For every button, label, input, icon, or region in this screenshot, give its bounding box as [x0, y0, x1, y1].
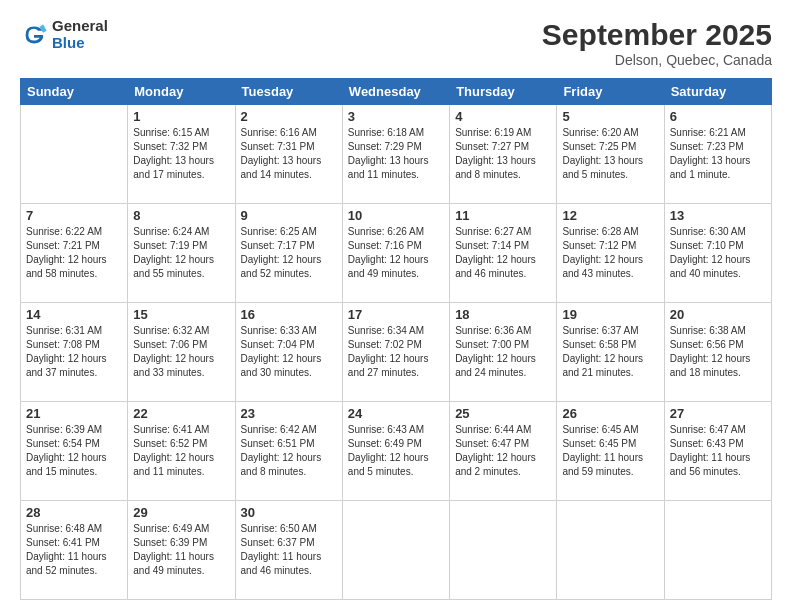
calendar-title: September 2025	[542, 18, 772, 52]
calendar-cell: 27Sunrise: 6:47 AM Sunset: 6:43 PM Dayli…	[664, 402, 771, 501]
calendar-cell: 21Sunrise: 6:39 AM Sunset: 6:54 PM Dayli…	[21, 402, 128, 501]
calendar-cell: 18Sunrise: 6:36 AM Sunset: 7:00 PM Dayli…	[450, 303, 557, 402]
header-cell-thursday: Thursday	[450, 79, 557, 105]
calendar-table: SundayMondayTuesdayWednesdayThursdayFrid…	[20, 78, 772, 600]
calendar-subtitle: Delson, Quebec, Canada	[542, 52, 772, 68]
calendar-cell: 17Sunrise: 6:34 AM Sunset: 7:02 PM Dayli…	[342, 303, 449, 402]
calendar-cell: 1Sunrise: 6:15 AM Sunset: 7:32 PM Daylig…	[128, 105, 235, 204]
day-number: 2	[241, 109, 337, 124]
day-number: 10	[348, 208, 444, 223]
day-number: 24	[348, 406, 444, 421]
logo-icon	[20, 21, 48, 49]
calendar-cell: 16Sunrise: 6:33 AM Sunset: 7:04 PM Dayli…	[235, 303, 342, 402]
day-number: 25	[455, 406, 551, 421]
day-info: Sunrise: 6:49 AM Sunset: 6:39 PM Dayligh…	[133, 522, 229, 578]
day-info: Sunrise: 6:27 AM Sunset: 7:14 PM Dayligh…	[455, 225, 551, 281]
calendar-cell: 11Sunrise: 6:27 AM Sunset: 7:14 PM Dayli…	[450, 204, 557, 303]
calendar-cell: 20Sunrise: 6:38 AM Sunset: 6:56 PM Dayli…	[664, 303, 771, 402]
day-info: Sunrise: 6:41 AM Sunset: 6:52 PM Dayligh…	[133, 423, 229, 479]
day-info: Sunrise: 6:38 AM Sunset: 6:56 PM Dayligh…	[670, 324, 766, 380]
calendar-cell	[557, 501, 664, 600]
calendar-cell: 30Sunrise: 6:50 AM Sunset: 6:37 PM Dayli…	[235, 501, 342, 600]
calendar-cell: 6Sunrise: 6:21 AM Sunset: 7:23 PM Daylig…	[664, 105, 771, 204]
week-row-1: 7Sunrise: 6:22 AM Sunset: 7:21 PM Daylig…	[21, 204, 772, 303]
day-info: Sunrise: 6:20 AM Sunset: 7:25 PM Dayligh…	[562, 126, 658, 182]
calendar-cell: 13Sunrise: 6:30 AM Sunset: 7:10 PM Dayli…	[664, 204, 771, 303]
calendar-cell: 2Sunrise: 6:16 AM Sunset: 7:31 PM Daylig…	[235, 105, 342, 204]
day-info: Sunrise: 6:36 AM Sunset: 7:00 PM Dayligh…	[455, 324, 551, 380]
calendar-cell: 15Sunrise: 6:32 AM Sunset: 7:06 PM Dayli…	[128, 303, 235, 402]
calendar-cell: 29Sunrise: 6:49 AM Sunset: 6:39 PM Dayli…	[128, 501, 235, 600]
day-info: Sunrise: 6:44 AM Sunset: 6:47 PM Dayligh…	[455, 423, 551, 479]
day-number: 6	[670, 109, 766, 124]
header: General Blue September 2025 Delson, Queb…	[20, 18, 772, 68]
calendar-cell	[664, 501, 771, 600]
title-block: September 2025 Delson, Quebec, Canada	[542, 18, 772, 68]
day-number: 20	[670, 307, 766, 322]
day-info: Sunrise: 6:31 AM Sunset: 7:08 PM Dayligh…	[26, 324, 122, 380]
day-number: 18	[455, 307, 551, 322]
day-number: 16	[241, 307, 337, 322]
day-info: Sunrise: 6:34 AM Sunset: 7:02 PM Dayligh…	[348, 324, 444, 380]
day-info: Sunrise: 6:21 AM Sunset: 7:23 PM Dayligh…	[670, 126, 766, 182]
header-cell-wednesday: Wednesday	[342, 79, 449, 105]
logo-blue: Blue	[52, 35, 108, 52]
calendar-cell	[21, 105, 128, 204]
calendar-body: 1Sunrise: 6:15 AM Sunset: 7:32 PM Daylig…	[21, 105, 772, 600]
day-number: 27	[670, 406, 766, 421]
header-cell-sunday: Sunday	[21, 79, 128, 105]
day-info: Sunrise: 6:15 AM Sunset: 7:32 PM Dayligh…	[133, 126, 229, 182]
calendar-cell	[450, 501, 557, 600]
logo-general: General	[52, 18, 108, 35]
day-info: Sunrise: 6:22 AM Sunset: 7:21 PM Dayligh…	[26, 225, 122, 281]
header-cell-saturday: Saturday	[664, 79, 771, 105]
day-info: Sunrise: 6:50 AM Sunset: 6:37 PM Dayligh…	[241, 522, 337, 578]
header-row: SundayMondayTuesdayWednesdayThursdayFrid…	[21, 79, 772, 105]
page: General Blue September 2025 Delson, Queb…	[0, 0, 792, 612]
day-info: Sunrise: 6:47 AM Sunset: 6:43 PM Dayligh…	[670, 423, 766, 479]
day-info: Sunrise: 6:48 AM Sunset: 6:41 PM Dayligh…	[26, 522, 122, 578]
day-info: Sunrise: 6:42 AM Sunset: 6:51 PM Dayligh…	[241, 423, 337, 479]
calendar-cell: 14Sunrise: 6:31 AM Sunset: 7:08 PM Dayli…	[21, 303, 128, 402]
day-number: 26	[562, 406, 658, 421]
day-number: 1	[133, 109, 229, 124]
day-number: 22	[133, 406, 229, 421]
day-info: Sunrise: 6:43 AM Sunset: 6:49 PM Dayligh…	[348, 423, 444, 479]
day-number: 13	[670, 208, 766, 223]
logo: General Blue	[20, 18, 108, 51]
calendar-cell: 7Sunrise: 6:22 AM Sunset: 7:21 PM Daylig…	[21, 204, 128, 303]
day-number: 9	[241, 208, 337, 223]
calendar-cell: 24Sunrise: 6:43 AM Sunset: 6:49 PM Dayli…	[342, 402, 449, 501]
calendar-cell: 5Sunrise: 6:20 AM Sunset: 7:25 PM Daylig…	[557, 105, 664, 204]
day-info: Sunrise: 6:33 AM Sunset: 7:04 PM Dayligh…	[241, 324, 337, 380]
day-number: 4	[455, 109, 551, 124]
week-row-4: 28Sunrise: 6:48 AM Sunset: 6:41 PM Dayli…	[21, 501, 772, 600]
day-number: 12	[562, 208, 658, 223]
header-cell-monday: Monday	[128, 79, 235, 105]
calendar-cell: 19Sunrise: 6:37 AM Sunset: 6:58 PM Dayli…	[557, 303, 664, 402]
day-number: 21	[26, 406, 122, 421]
day-info: Sunrise: 6:16 AM Sunset: 7:31 PM Dayligh…	[241, 126, 337, 182]
day-number: 15	[133, 307, 229, 322]
day-number: 30	[241, 505, 337, 520]
calendar-cell: 8Sunrise: 6:24 AM Sunset: 7:19 PM Daylig…	[128, 204, 235, 303]
day-info: Sunrise: 6:39 AM Sunset: 6:54 PM Dayligh…	[26, 423, 122, 479]
day-info: Sunrise: 6:28 AM Sunset: 7:12 PM Dayligh…	[562, 225, 658, 281]
day-number: 19	[562, 307, 658, 322]
header-cell-friday: Friday	[557, 79, 664, 105]
logo-text: General Blue	[52, 18, 108, 51]
header-cell-tuesday: Tuesday	[235, 79, 342, 105]
calendar-cell: 28Sunrise: 6:48 AM Sunset: 6:41 PM Dayli…	[21, 501, 128, 600]
calendar-cell: 12Sunrise: 6:28 AM Sunset: 7:12 PM Dayli…	[557, 204, 664, 303]
day-info: Sunrise: 6:37 AM Sunset: 6:58 PM Dayligh…	[562, 324, 658, 380]
day-number: 3	[348, 109, 444, 124]
day-number: 28	[26, 505, 122, 520]
day-number: 7	[26, 208, 122, 223]
day-number: 17	[348, 307, 444, 322]
day-number: 29	[133, 505, 229, 520]
calendar-cell: 10Sunrise: 6:26 AM Sunset: 7:16 PM Dayli…	[342, 204, 449, 303]
day-number: 11	[455, 208, 551, 223]
calendar-header: SundayMondayTuesdayWednesdayThursdayFrid…	[21, 79, 772, 105]
week-row-2: 14Sunrise: 6:31 AM Sunset: 7:08 PM Dayli…	[21, 303, 772, 402]
day-info: Sunrise: 6:26 AM Sunset: 7:16 PM Dayligh…	[348, 225, 444, 281]
